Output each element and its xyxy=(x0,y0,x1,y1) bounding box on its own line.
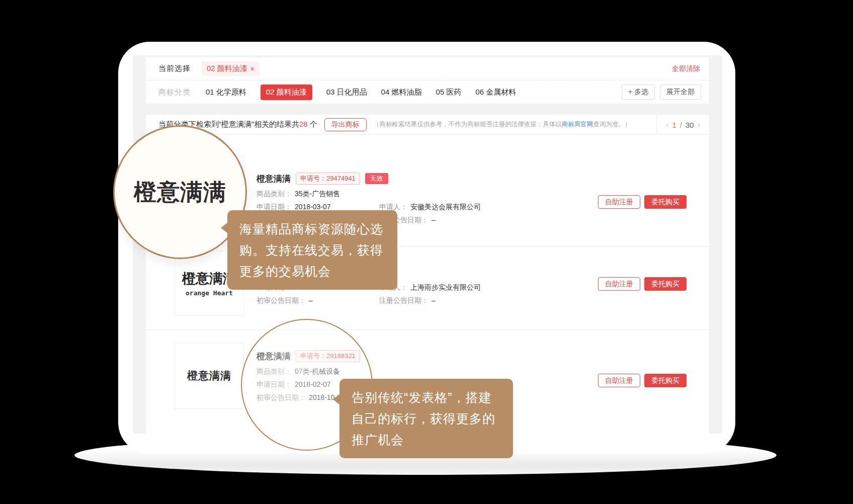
export-trademarks-button[interactable]: 导出商标 xyxy=(324,118,367,131)
page-separator: / xyxy=(680,121,682,129)
field-label: 初审公告日期： xyxy=(257,296,306,304)
row-actions: 自助注册 委托购买 xyxy=(598,374,687,387)
category-01[interactable]: 01 化学原料 xyxy=(206,88,246,97)
multi-select-button[interactable]: + 多选 xyxy=(622,85,655,100)
selected-filter-tag[interactable]: 02 颜料油漆 × xyxy=(202,61,260,76)
entrust-purchase-button[interactable]: 委托购买 xyxy=(644,277,687,291)
category-04[interactable]: 04 燃料油脂 xyxy=(381,88,422,97)
category-label: 商标分类 xyxy=(158,88,191,97)
status-badge-invalid: 无效 xyxy=(365,173,388,184)
field-label: 申请人： xyxy=(379,203,407,211)
row-actions: 自助注册 委托购买 xyxy=(598,277,687,291)
field-value: 安徽美达会展有限公司 xyxy=(410,203,481,211)
application-number-tag: 申请号：29474941 xyxy=(296,173,360,185)
category-06[interactable]: 06 金属材料 xyxy=(475,88,516,97)
next-page-icon[interactable]: › xyxy=(698,120,701,129)
clear-all-button[interactable]: 全部清除 xyxy=(672,64,700,73)
field-label: 注册公告日期： xyxy=(379,296,429,304)
tooltip-marketplace: 海量精品商标资源随心选 购。支持在线交易，获得 更多的交易机会 xyxy=(227,210,397,290)
tooltip-line: 自己的标行，获得更多的 xyxy=(352,408,501,429)
tooltip-line: 更多的交易机会 xyxy=(239,261,385,282)
current-selection-label: 当前选择 xyxy=(158,64,191,73)
tooltip-line: 购。支持在线交易，获得 xyxy=(239,239,385,261)
trademark-image-subtext: orange Heart xyxy=(186,289,233,297)
field-value: – xyxy=(432,216,436,224)
category-row: 商标分类 01 化学原料 02 颜料油漆 03 日化用品 04 燃料油脂 05 … xyxy=(146,80,709,104)
tooltip-line: 推广机会 xyxy=(352,429,501,450)
category-tools: + 多选 展开全部 xyxy=(622,85,701,100)
self-register-button[interactable]: 自助注册 xyxy=(598,195,640,209)
current-page: 1 xyxy=(672,121,676,129)
expand-all-button[interactable]: 展开全部 xyxy=(660,85,701,100)
self-register-button[interactable]: 自助注册 xyxy=(598,277,640,291)
filter-panel: 当前选择 02 颜料油漆 × 全部清除 商标分类 01 化学原料 02 颜料油漆… xyxy=(146,57,709,104)
selected-filter-tag-label: 02 颜料油漆 xyxy=(207,64,247,73)
field-value: – xyxy=(309,296,313,304)
tooltip-promotion: 告别传统“发表格”，搭建 自己的标行，获得更多的 推广机会 xyxy=(339,379,513,458)
field-label: 商品类别： xyxy=(257,190,292,198)
trademark-name: 橙意满满 xyxy=(257,173,291,185)
self-register-button[interactable]: 自助注册 xyxy=(598,374,640,387)
category-list: 01 化学原料 02 颜料油漆 03 日化用品 04 燃料油脂 05 医药 06… xyxy=(206,85,516,100)
trademark-image-text: 橙意满满 xyxy=(187,369,231,383)
field-value: – xyxy=(432,296,436,304)
summary-unit: 个 xyxy=(308,120,317,128)
field-value: 上海雨步实业有限公司 xyxy=(410,283,481,291)
field-label: 申请日期： xyxy=(257,203,292,211)
field-value: 35类-广告销售 xyxy=(295,190,340,198)
entrust-purchase-button[interactable]: 委托购买 xyxy=(644,374,687,387)
stage: 当前选择 02 颜料油漆 × 全部清除 商标分类 01 化学原料 02 颜料油漆… xyxy=(0,0,853,504)
remove-tag-icon[interactable]: × xyxy=(250,65,254,73)
disclaimer-text: （商标检索结果仅供参考，不作为商标能否注册的法律依据；具体以商标局官网查询为准。… xyxy=(373,120,631,129)
category-02-selected[interactable]: 02 颜料油漆 xyxy=(261,85,312,100)
trademark-image-3: 橙意满满 xyxy=(175,343,244,409)
entrust-purchase-button[interactable]: 委托购买 xyxy=(644,195,687,209)
category-03[interactable]: 03 日化用品 xyxy=(326,88,367,97)
tooltip-line: 海量精品商标资源随心选 xyxy=(239,218,385,239)
results-count: 28 xyxy=(299,120,308,128)
magnified-trademark-text: 橙意满满 xyxy=(134,177,226,207)
total-pages: 30 xyxy=(686,121,694,129)
prev-page-icon[interactable]: ‹ xyxy=(665,120,668,129)
row-actions: 自助注册 委托购买 xyxy=(598,195,687,209)
results-header: 当前分类下检索到“橙意满满”相关的结果共28 个 导出商标 （商标检索结果仅供参… xyxy=(146,115,709,135)
trademark-office-link[interactable]: 商标局官网 xyxy=(562,121,593,128)
pagination: ‹ 1 / 30 › xyxy=(656,115,709,135)
tooltip-line: 告别传统“发表格”，搭建 xyxy=(352,387,501,408)
category-05[interactable]: 05 医药 xyxy=(436,88,461,97)
current-selection-row: 当前选择 02 颜料油漆 × 全部清除 xyxy=(146,57,709,80)
field-value: 2018-03-07 xyxy=(295,203,331,211)
